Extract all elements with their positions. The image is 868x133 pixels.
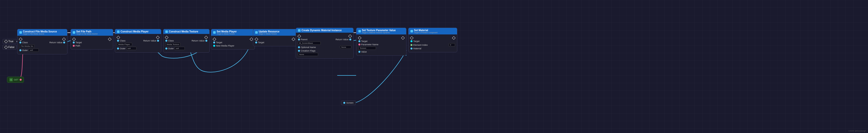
class-value-input[interactable]: [20, 44, 34, 48]
target-row: Target: [410, 40, 455, 42]
return-pin: Return Value: [336, 38, 351, 41]
target-pin: Target: [213, 41, 222, 44]
set-texture-param-body: Target Parameter Name Value: [356, 34, 406, 55]
outer-row: Outer: [117, 47, 159, 50]
update-resource-body: Target: [253, 36, 297, 46]
exec-row: [359, 37, 404, 39]
return-dot: [63, 41, 65, 43]
target-dot: [410, 40, 412, 42]
optional-row: Optional Name: [298, 45, 351, 49]
screen-output-pin: [343, 102, 345, 104]
exec-row: [73, 38, 111, 40]
value-pin: Value: [359, 51, 367, 53]
wire-canvas: [0, 0, 868, 133]
creation-flags-dropdown[interactable]: None: [298, 53, 318, 56]
target-label: Target: [258, 41, 264, 44]
value-label: Value: [361, 51, 367, 53]
exec-out: [292, 37, 295, 41]
class-label: Class: [168, 39, 174, 42]
material-row: Material: [410, 47, 455, 50]
target-row: Target: [359, 40, 404, 42]
false-label: False: [8, 46, 14, 48]
element-row: Element Index: [410, 43, 455, 46]
param-pin: Parameter Name: [359, 43, 378, 46]
exec-in: [255, 37, 258, 41]
outer-value-input[interactable]: [29, 48, 39, 52]
new-media-label: New Media Player: [216, 44, 234, 47]
param-value-input[interactable]: [359, 46, 376, 50]
screen-node: Screen: [341, 101, 356, 105]
class-pin: Class: [165, 39, 174, 42]
target-pin: Target: [255, 41, 264, 44]
exec-in: [117, 36, 120, 39]
new-media-row: New Media Player: [213, 44, 253, 47]
outer-dot: [165, 47, 167, 49]
construct-media-texture-body: Class Return Value Outer: [163, 34, 209, 52]
target-row: Target: [255, 41, 295, 44]
material-dot: [410, 47, 412, 49]
class-return-row: Class Return Value: [117, 39, 159, 42]
update-resource-node: Update Resource Target is Media Texture …: [253, 29, 297, 46]
exec-row: [165, 36, 207, 39]
class-dot: [117, 40, 119, 42]
set-file-path-title: Set File Path: [76, 30, 91, 33]
new-media-dot: [213, 45, 215, 47]
return-dot: [157, 40, 159, 42]
return-label: Return Value: [143, 39, 156, 42]
exec-in-dot: [19, 37, 22, 41]
watermark: CSDN @Gouliang5: [848, 130, 866, 132]
outer-value[interactable]: [175, 47, 185, 50]
value-dot: [359, 51, 361, 53]
exec-row: [255, 38, 295, 40]
class-dot: [165, 40, 167, 42]
set-media-player-node: Set Media Player Target is Media Texture…: [211, 29, 255, 49]
create-dynamic-material-title: Create Dynamic Material Instance: [302, 29, 342, 32]
get-node: G GET: [7, 77, 24, 83]
set-texture-param-title: Set Texture Parameter Value: [362, 29, 396, 32]
optional-dot: [298, 46, 300, 48]
true-false-node: True False: [2, 39, 17, 49]
class-value-input[interactable]: [117, 43, 132, 46]
set-texture-param-node: Set Texture Parameter Value Target is Ma…: [356, 28, 406, 56]
parent-label: Parent: [301, 38, 308, 41]
class-return-row: Class Return Value: [20, 41, 65, 44]
target-label: Target: [413, 40, 420, 42]
get-output-pin: [20, 79, 22, 81]
optional-value-input[interactable]: [340, 45, 351, 49]
outer-dot: [117, 47, 119, 49]
element-value-input[interactable]: [449, 43, 455, 46]
outer-pin: Outer: [165, 47, 185, 50]
set-material-title: Set Material: [414, 29, 428, 32]
construct-file-media-body: Class Return Value Outer: [18, 36, 67, 54]
target-row: Target: [213, 41, 253, 44]
outer-value[interactable]: [126, 47, 136, 50]
update-resource-header: Update Resource Target is Media Texture: [253, 29, 297, 36]
exec-out: [250, 37, 253, 41]
class-value-input[interactable]: [165, 43, 181, 46]
class-label: Class: [120, 39, 126, 42]
path-label: Path: [75, 44, 80, 47]
true-pin: True: [2, 39, 17, 44]
false-exec-pin: [4, 45, 8, 49]
exec-row: [410, 37, 455, 39]
set-material-body: Target Element Index Material: [408, 34, 457, 52]
create-dynamic-material-header: Create Dynamic Material Instance: [296, 28, 353, 33]
exec-out-dot: [62, 37, 66, 41]
construct-media-texture-node: Construct Media Texture Class Return Val…: [163, 29, 210, 53]
outer-row: Outer: [165, 47, 207, 50]
return-dot: [349, 38, 351, 40]
false-pin: False: [2, 45, 17, 49]
exec-out: [108, 37, 112, 41]
get-node-icon: G: [9, 78, 13, 81]
true-exec-pin: [4, 39, 8, 43]
construct-file-media-title: Construct File Media Source: [23, 30, 57, 33]
exec-in: [165, 36, 168, 39]
class-value-row: [20, 44, 65, 48]
set-media-player-body: Target New Media Player: [211, 36, 255, 49]
element-label: Element Index: [413, 44, 428, 46]
set-media-player-subtitle: Target is Media Texture: [217, 33, 237, 35]
target-dot: [213, 41, 215, 43]
parent-value-input[interactable]: [298, 41, 321, 45]
return-dot: [205, 40, 207, 42]
exec-out: [401, 36, 405, 40]
